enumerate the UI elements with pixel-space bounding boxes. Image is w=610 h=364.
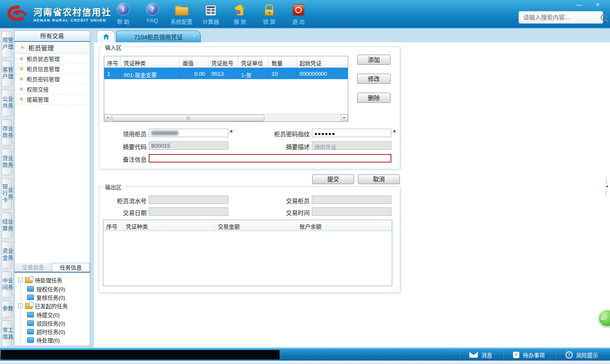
bullet-icon xyxy=(20,88,23,91)
tshirt-icon xyxy=(234,5,247,16)
required-mark: * xyxy=(230,129,233,137)
collapse-expander-icon[interactable]: - xyxy=(18,303,23,308)
scroll-left-icon[interactable]: ◄ xyxy=(104,114,111,121)
receiving-teller-label: 领用柜员 xyxy=(99,130,147,138)
search-icon[interactable] xyxy=(601,14,607,21)
module-tab-deposit-business[interactable]: 存款业务 xyxy=(2,119,12,146)
transaction-date-input xyxy=(149,207,228,216)
search-input[interactable] xyxy=(522,14,601,21)
tab-7104-teller-voucher[interactable]: 7104柜员领用凭证 × xyxy=(116,30,201,42)
home-tab[interactable] xyxy=(97,30,115,42)
tree-node-pending-tasks[interactable]: - 待处理任务 xyxy=(18,276,68,284)
teller-password-input[interactable]: ●●●●●● xyxy=(312,129,391,137)
sidebar-group-teller-management[interactable]: ▼ 柜员管理 xyxy=(14,42,90,54)
cancel-button[interactable]: 取消 xyxy=(358,174,400,184)
folder-open-icon xyxy=(25,277,33,283)
output-table-header: 序号 凭证种类 交易金额 账户余额 xyxy=(103,220,392,231)
close-button[interactable]: × xyxy=(592,1,603,8)
change-skin-button[interactable]: 换 肤 xyxy=(225,3,255,25)
faq-button[interactable]: ? FAQ xyxy=(138,3,167,25)
tab-task-info[interactable]: 任务信息 xyxy=(52,263,90,272)
module-tab-intermediate-business[interactable]: 中间业务 xyxy=(2,271,12,298)
sidebar: 所有交易 ▼ 柜员管理 柜员状态管理 柜员信息管理 柜员密码管理 权限交接 尾箱… xyxy=(14,30,90,346)
output-table: 序号 凭证种类 交易金额 账户余额 xyxy=(103,220,392,286)
help-button[interactable]: i 帮 助 xyxy=(108,3,138,25)
main-toolbar: i 帮 助 ? FAQ 系统配置 计算器 xyxy=(108,3,313,25)
summary-desc-label: 摘要描述 xyxy=(257,142,310,151)
tree-leaf-authorization-tasks[interactable]: 授权任务(0) xyxy=(27,284,68,293)
system-config-button[interactable]: 系统配置 xyxy=(167,3,196,25)
envelope-icon xyxy=(469,352,478,358)
module-tab-parameters[interactable]: 参数 xyxy=(2,301,12,317)
sidebar-item-till-management[interactable]: 尾箱管理 xyxy=(14,94,90,105)
horizontal-scrollbar[interactable]: ◄ ► xyxy=(104,114,348,121)
module-tab-customer-mgmt[interactable]: 客户管理 xyxy=(2,61,12,87)
panel-collapse-handle[interactable]: ◄ xyxy=(604,178,610,197)
top-header: 河南省农村信用社 HENAN RURAL CREDIT UNION i 帮 助 … xyxy=(0,0,610,29)
module-tab-loan-business[interactable]: 贷款业务 xyxy=(2,149,12,175)
logo: 河南省农村信用社 HENAN RURAL CREDIT UNION xyxy=(6,4,111,23)
sidebar-item-teller-status[interactable]: 柜员状态管理 xyxy=(14,54,90,64)
transaction-teller-input xyxy=(312,196,391,204)
tree-leaf-timeout-tasks[interactable]: 超时任务(0) xyxy=(27,327,68,336)
messages-button[interactable]: 消息 xyxy=(459,349,502,361)
module-tab-bankcard-business[interactable]: 银行卡业务 xyxy=(2,178,12,210)
transaction-time-label: 交易时间 xyxy=(257,208,310,217)
transaction-time-input xyxy=(312,207,391,216)
collapse-expander-icon[interactable]: - xyxy=(18,278,23,282)
module-tab-common-tools[interactable]: 常用工具 xyxy=(2,320,12,347)
sidebar-item-teller-password[interactable]: 柜员密码管理 xyxy=(14,74,90,84)
scrollbar-thumb[interactable] xyxy=(112,115,264,121)
chevron-down-icon: ▼ xyxy=(20,45,25,50)
scroll-right-icon[interactable]: ► xyxy=(341,114,348,121)
task-tree: - 待处理任务 授权任务(0) 复核任务(0) - 已发起的任务 xyxy=(18,276,68,344)
tree-leaf-to-submit[interactable]: 待提交(0) xyxy=(27,310,68,319)
folder-icon xyxy=(27,286,34,292)
sidebar-item-teller-info[interactable]: 柜员信息管理 xyxy=(14,64,90,74)
module-tab-user-mgmt[interactable]: 用户管理 xyxy=(2,31,12,58)
todo-button[interactable]: ✓ 待办事项 xyxy=(503,349,555,361)
help-icon: i xyxy=(117,3,130,16)
status-items: 消息 ✓ 待办事项 ! 风险提示 xyxy=(459,349,608,361)
status-bar: 消息 ✓ 待办事项 ! 风险提示 xyxy=(0,348,610,361)
dotted-line xyxy=(606,189,607,195)
module-tab-public-business[interactable]: 公共业务 xyxy=(2,90,12,116)
module-tab-strip: 用户管理 客户管理 公共业务 存款业务 贷款业务 银行卡业务 结算业务 资金业务… xyxy=(0,29,13,347)
output-area-panel: 输出区 柜员流水号 交易柜员 交易日期 交易时间 序号 凭证种类 交易金额 账户… xyxy=(99,186,400,293)
collapse-arrow-icon: ◄ xyxy=(605,184,609,189)
required-mark: * xyxy=(393,129,396,137)
tab-transaction-info[interactable]: 交易信息 xyxy=(14,263,52,272)
module-tab-funds-business[interactable]: 资金业务 xyxy=(2,242,12,268)
bullet-icon xyxy=(20,57,23,60)
tree-leaf-pending[interactable]: 待处理(0) xyxy=(27,336,68,344)
delete-button[interactable]: 删除 xyxy=(357,93,391,103)
checkbox-icon: ✓ xyxy=(513,352,519,358)
tab-close-icon[interactable]: × xyxy=(193,33,196,39)
tree-leaf-review-tasks[interactable]: 复核任务(0) xyxy=(27,293,68,301)
module-tab-settlement-business[interactable]: 结算业务 xyxy=(2,212,12,239)
calculator-button[interactable]: 计算器 xyxy=(196,3,225,25)
table-row-selected[interactable]: 1 001-现金支票 0.00 0013 1-张 10 000000000 xyxy=(104,68,348,79)
bottom-strip xyxy=(0,361,610,364)
receiving-teller-input[interactable] xyxy=(149,129,228,137)
risk-alert-button[interactable]: ! 风险提示 xyxy=(555,349,608,361)
window-controls: — × xyxy=(574,1,603,8)
transaction-date-label: 交易日期 xyxy=(99,208,147,217)
tree-node-initiated-tasks[interactable]: - 已发起的任务 xyxy=(18,301,68,310)
calculator-icon xyxy=(205,5,216,16)
logo-text: 河南省农村信用社 HENAN RURAL CREDIT UNION xyxy=(33,5,111,22)
logo-subtitle: HENAN RURAL CREDIT UNION xyxy=(33,18,111,22)
sidebar-tab-all-transactions[interactable]: 所有交易 xyxy=(14,31,90,42)
exit-button[interactable]: 退 出 xyxy=(284,3,313,25)
minimize-button[interactable]: — xyxy=(574,1,585,8)
lock-screen-button[interactable]: 锁 屏 xyxy=(255,3,284,25)
modify-button[interactable]: 修改 xyxy=(357,74,391,84)
main-content: 输入区 序号 凭证种类 面值 凭证批号 凭证单位 数量 起始凭证 1 001-现… xyxy=(94,42,610,347)
remark-input[interactable] xyxy=(149,154,391,163)
submit-button[interactable]: 提交 xyxy=(312,174,354,184)
add-button[interactable]: 添加 xyxy=(357,55,391,65)
sidebar-item-permission-handover[interactable]: 权限交接 xyxy=(14,84,90,94)
tree-leaf-rejected-tasks[interactable]: 驳回任务(0) xyxy=(27,319,68,327)
folder-open-icon xyxy=(25,303,33,309)
alert-icon: ! xyxy=(566,351,573,358)
